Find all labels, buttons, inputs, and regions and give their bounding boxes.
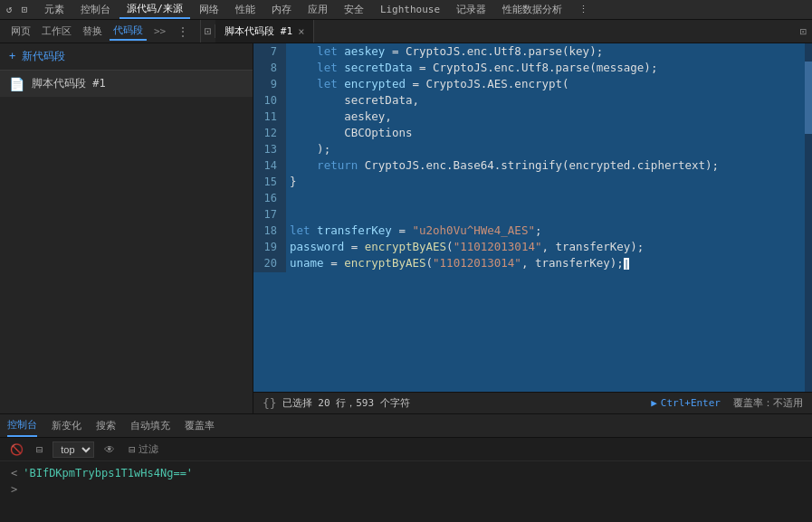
console-value: 'BIfDKpmTrybps1T1wHs4Ng==' — [23, 465, 193, 481]
bottom-tab-bar: 控制台 新变化 搜索 自动填充 覆盖率 — [0, 414, 812, 438]
line-code: } — [286, 174, 812, 190]
top-menu-bar: ↺ ⊡ 元素 控制台 源代码/来源 网络 性能 内存 应用 安全 Lightho… — [0, 0, 812, 20]
sidebar-item-snippet1[interactable]: 📄 脚本代码段 #1 — [0, 71, 253, 97]
menu-application[interactable]: 应用 — [301, 1, 335, 18]
main-content: + 新代码段 📄 脚本代码段 #1 7 let aeskey = CryptoJ… — [0, 43, 812, 413]
tab-coverage[interactable]: 覆盖率 — [185, 415, 215, 436]
coverage-info: 覆盖率：不适用 — [733, 396, 803, 410]
console-input-line: > — [11, 481, 801, 498]
table-row: 13 ); — [253, 141, 812, 157]
curly-braces-icon: {} — [263, 396, 277, 410]
open-file-tab[interactable]: 脚本代码段 #1 × — [215, 20, 314, 43]
line-number: 7 — [253, 43, 286, 60]
source-tab-group: 网页 工作区 替换 代码段 >> ⋮ — [0, 20, 201, 43]
editor-status-bar: {} 已选择 20 行，593 个字符 ▶ Ctrl+Enter 覆盖率：不适用 — [253, 392, 812, 413]
file-tab-label: 脚本代码段 #1 — [224, 24, 292, 38]
panel-expand-icon[interactable]: ⊡ — [795, 25, 812, 38]
table-row: 12 CBCOptions — [253, 125, 812, 141]
console-cursor: > — [11, 481, 17, 498]
line-number: 8 — [253, 60, 286, 76]
line-code — [286, 190, 812, 206]
tab-console[interactable]: 控制台 — [7, 414, 37, 437]
secondary-tab-bar: 网页 工作区 替换 代码段 >> ⋮ ⊡ 脚本代码段 #1 × ⊡ — [0, 20, 812, 43]
tab-webpage[interactable]: 网页 — [7, 23, 34, 40]
tab-more-btn[interactable]: >> — [150, 25, 169, 37]
line-number: 9 — [253, 76, 286, 92]
status-left: {} 已选择 20 行，593 个字符 — [263, 396, 410, 410]
menu-lighthouse[interactable]: Lighthouse — [373, 2, 447, 17]
line-code — [286, 206, 812, 223]
new-snippet-label: + 新代码段 — [9, 49, 65, 64]
line-code: return CryptoJS.enc.Base64.stringify(enc… — [286, 157, 812, 174]
line-code: let secretData = CryptoJS.enc.Utf8.parse… — [286, 60, 812, 76]
tab-changes[interactable]: 新变化 — [52, 415, 81, 436]
line-code: password = encryptByAES("11012013014", t… — [286, 239, 812, 255]
menu-elements[interactable]: 元素 — [37, 1, 72, 18]
line-code: aeskey, — [286, 109, 812, 125]
line-number: 11 — [253, 109, 286, 125]
run-shortcut: Ctrl+Enter — [661, 397, 721, 409]
tab-overrides[interactable]: 替换 — [79, 23, 106, 40]
console-toolbar: 🚫 ⊟ top 👁 ⊟ 过滤 — [0, 438, 812, 461]
line-number: 16 — [253, 190, 286, 206]
table-row: 16 — [253, 190, 812, 206]
scrollbar-track[interactable] — [805, 43, 812, 392]
menu-performance[interactable]: 性能 — [228, 1, 263, 18]
code-scroll-area[interactable]: 7 let aeskey = CryptoJS.enc.Utf8.parse(k… — [253, 43, 812, 392]
table-row: 14 return CryptoJS.enc.Base64.stringify(… — [253, 157, 812, 174]
code-editor[interactable]: 7 let aeskey = CryptoJS.enc.Utf8.parse(k… — [253, 43, 812, 413]
tab-snippets[interactable]: 代码段 — [110, 22, 147, 41]
menu-network[interactable]: 网络 — [192, 1, 226, 18]
eye-icon[interactable]: 👁 — [101, 442, 118, 457]
menu-recorder[interactable]: 记录器 — [449, 1, 493, 18]
menu-sources[interactable]: 源代码/来源 — [119, 0, 190, 19]
run-icon: ▶ — [651, 397, 657, 409]
code-table: 7 let aeskey = CryptoJS.enc.Utf8.parse(k… — [253, 43, 812, 272]
line-number: 15 — [253, 174, 286, 190]
menu-console[interactable]: 控制台 — [73, 1, 118, 18]
dock-icon[interactable]: ↺ — [4, 3, 15, 16]
scrollbar-thumb[interactable] — [805, 62, 812, 134]
tab-search[interactable]: 搜索 — [96, 415, 116, 436]
toggle-sidebar-icon[interactable]: ⊟ — [33, 442, 45, 457]
menu-security[interactable]: 安全 — [337, 1, 371, 18]
line-code: let transferKey = "u2oh0Vu^HWe4_AES"; — [286, 223, 812, 239]
table-row: 15 } — [253, 174, 812, 190]
line-code: let encrypted = CryptoJS.AES.encrypt( — [286, 76, 812, 92]
snippet-icon: 📄 — [9, 77, 24, 91]
table-row: 20 uname = encryptByAES("11012013014", t… — [253, 255, 812, 272]
filter-icon: ⊟ — [129, 443, 135, 456]
line-number: 19 — [253, 239, 286, 255]
line-number: 17 — [253, 206, 286, 223]
clear-console-button[interactable]: 🚫 — [7, 442, 26, 457]
inspect-icon[interactable]: ⊡ — [19, 3, 31, 16]
console-line: < 'BIfDKpmTrybps1T1wHs4Ng==' — [11, 465, 801, 481]
panel-split-icon[interactable]: ⊡ — [205, 24, 212, 38]
devtools-icons: ↺ ⊡ — [4, 3, 30, 16]
table-row: 8 let secretData = CryptoJS.enc.Utf8.par… — [253, 60, 812, 76]
menu-memory[interactable]: 内存 — [264, 1, 299, 18]
tab-kebab-btn[interactable]: ⋮ — [173, 24, 193, 39]
tab-workspace[interactable]: 工作区 — [38, 23, 75, 40]
context-selector[interactable]: top — [53, 441, 94, 458]
run-button[interactable]: ▶ Ctrl+Enter — [651, 397, 721, 409]
sidebar: + 新代码段 📄 脚本代码段 #1 — [0, 43, 253, 413]
line-code: ); — [286, 141, 812, 157]
menu-more[interactable]: ⋮ — [571, 2, 596, 17]
new-snippet-button[interactable]: + 新代码段 — [0, 43, 253, 71]
tab-autofill[interactable]: 自动填充 — [130, 415, 170, 436]
filter-area: ⊟ 过滤 — [129, 442, 158, 456]
filter-label: 过滤 — [139, 442, 158, 456]
line-code: CBCOptions — [286, 125, 812, 141]
line-number: 20 — [253, 255, 286, 272]
line-code: uname = encryptByAES("11012013014", tran… — [286, 255, 812, 272]
table-row: 9 let encrypted = CryptoJS.AES.encrypt( — [253, 76, 812, 92]
file-tab-close-btn[interactable]: × — [298, 25, 304, 38]
table-row: 17 — [253, 206, 812, 223]
line-number: 14 — [253, 157, 286, 174]
console-output: < 'BIfDKpmTrybps1T1wHs4Ng==' > — [0, 461, 812, 522]
line-code: secretData, — [286, 92, 812, 109]
menu-perf-insights[interactable]: 性能数据分析 — [495, 1, 569, 18]
line-number: 18 — [253, 223, 286, 239]
bottom-panel: 控制台 新变化 搜索 自动填充 覆盖率 🚫 ⊟ top 👁 ⊟ 过滤 < 'BI… — [0, 413, 812, 522]
